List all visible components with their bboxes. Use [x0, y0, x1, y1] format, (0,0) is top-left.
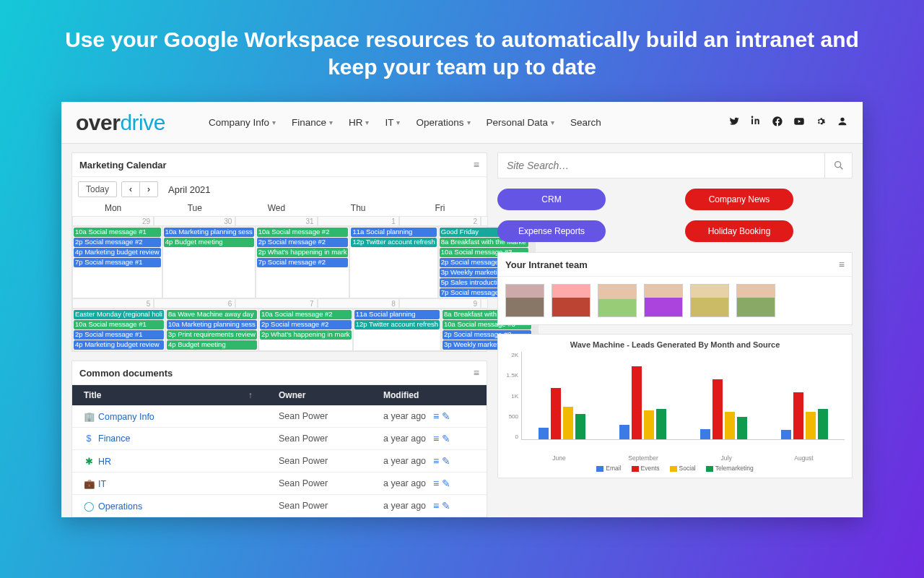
nav-it[interactable]: IT▾	[385, 117, 400, 128]
calendar-event[interactable]: 10a Social message #1	[74, 320, 164, 329]
calendar-event[interactable]: 7p Social message #2	[257, 258, 349, 267]
chart-bar	[725, 412, 735, 439]
table-row[interactable]: $FinanceSean Powera year ago≡ ✎	[72, 428, 487, 450]
calendar-event[interactable]: 2p What's happening in mark	[260, 330, 352, 340]
search-input[interactable]	[498, 160, 824, 171]
crm-button[interactable]: CRM	[497, 189, 606, 210]
avatar[interactable]	[598, 284, 637, 317]
calendar-event[interactable]: 10a Marketing planning sess	[167, 320, 257, 329]
x-axis-label: July	[721, 454, 732, 462]
calendar-event[interactable]: 2p Social message #2	[257, 238, 349, 247]
chart-bar	[644, 410, 654, 439]
panel-menu-icon[interactable]: ≡	[474, 367, 479, 379]
doc-title[interactable]: IT	[98, 479, 106, 489]
row-actions-icon[interactable]: ≡ ✎	[433, 478, 450, 489]
calendar-event[interactable]: 4p Budget meeting	[164, 238, 254, 247]
row-actions-icon[interactable]: ≡ ✎	[433, 433, 450, 444]
x-axis-label: September	[628, 454, 658, 462]
company-news-button[interactable]: Company News	[685, 189, 793, 210]
calendar-event[interactable]: 4p Marketing budget review	[74, 340, 164, 350]
nav-hr[interactable]: HR▾	[349, 117, 370, 128]
legend-item[interactable]: Email	[596, 465, 621, 472]
nav-search[interactable]: Search	[570, 117, 601, 128]
legend-item[interactable]: Events	[632, 465, 660, 472]
calendar-event[interactable]: 12p Twitter account refresh	[354, 320, 440, 329]
calendar-event[interactable]: 10a Social message #2	[257, 228, 349, 237]
calendar-day-cell[interactable]: 11a Social planning12p Twitter account r…	[353, 309, 441, 351]
calendar-event[interactable]: 4p Budget meeting	[167, 340, 257, 350]
chevron-down-icon: ▾	[467, 118, 471, 126]
calendar-event[interactable]: 8a Wave Machine away day	[167, 310, 257, 319]
avatar[interactable]	[505, 284, 544, 317]
calendar-event[interactable]: 11a Social planning	[354, 310, 440, 319]
calendar-event[interactable]: 10a Social message #1	[74, 228, 161, 237]
prev-month-button[interactable]: ‹	[122, 182, 140, 197]
facebook-icon[interactable]	[772, 116, 783, 130]
avatar[interactable]	[552, 284, 590, 317]
table-row[interactable]: ✱HRSean Powera year ago≡ ✎	[72, 450, 487, 473]
doc-title[interactable]: Finance	[98, 434, 130, 444]
doc-title[interactable]: HR	[98, 457, 111, 467]
today-button[interactable]: Today	[78, 181, 117, 197]
twitter-icon[interactable]	[728, 116, 740, 130]
chart-bar	[806, 412, 816, 439]
legend-item[interactable]: Telemarketing	[706, 465, 754, 472]
calendar-day-cell[interactable]: 10a Social message #22p Social message #…	[258, 309, 353, 351]
nav-finance[interactable]: Finance▾	[292, 117, 333, 128]
row-actions-icon[interactable]: ≡ ✎	[433, 455, 450, 467]
search-button[interactable]	[824, 153, 852, 178]
calendar-day-cell[interactable]: 10a Social message #22p Social message #…	[256, 226, 350, 298]
nav-personal-data[interactable]: Personal Data▾	[487, 117, 555, 128]
chart-bar	[818, 409, 828, 439]
chevron-down-icon: ▾	[365, 118, 369, 126]
youtube-icon[interactable]	[793, 116, 805, 130]
next-month-button[interactable]: ›	[140, 182, 157, 197]
calendar-day-cell[interactable]: 10a Social message #12p Social message #…	[72, 226, 162, 298]
calendar-day-cell[interactable]: Easter Monday (regional holi10a Social m…	[72, 309, 165, 351]
brand-logo[interactable]: overdrive	[76, 111, 165, 135]
linkedin-icon[interactable]	[750, 116, 762, 130]
table-row[interactable]: 🏢Company InfoSean Powera year ago≡ ✎	[72, 405, 487, 428]
calendar-event[interactable]: 2p Social message #1	[74, 330, 164, 340]
calendar-event[interactable]: 2p Social message #2	[260, 320, 352, 329]
calendar-day-cell[interactable]: 8a Wave Machine away day10a Marketing pl…	[165, 309, 258, 351]
nav-company-info[interactable]: Company Info▾	[209, 117, 276, 128]
legend-item[interactable]: Social	[670, 465, 696, 472]
settings-icon[interactable]	[815, 116, 827, 130]
calendar-event[interactable]: 4p Marketing budget review	[74, 248, 161, 257]
common-documents-panel: Common documents ≡ Title ↑ Owner Modifie…	[71, 361, 487, 517]
calendar-day-cell[interactable]: 10a Marketing planning sess4p Budget mee…	[162, 226, 256, 298]
expense-reports-button[interactable]: Expense Reports	[497, 220, 606, 242]
calendar-event[interactable]: Easter Monday (regional holi	[74, 310, 164, 319]
chevron-down-icon: ▾	[396, 118, 400, 126]
nav-operations[interactable]: Operations▾	[416, 117, 470, 128]
avatar[interactable]	[644, 284, 683, 317]
calendar-event[interactable]: 2p What's happening in mark	[257, 248, 349, 257]
hero-headline: Use your Google Workspace resources to a…	[0, 0, 924, 95]
calendar-event[interactable]: 3p Print requirements review	[167, 330, 257, 340]
legend-swatch	[632, 466, 639, 472]
user-icon[interactable]	[837, 116, 848, 130]
doc-title[interactable]: Operations	[98, 501, 142, 512]
calendar-event[interactable]: 10a Social message #2	[260, 310, 352, 319]
calendar-day-cell[interactable]: 11a Social planning12p Twitter account r…	[349, 226, 437, 298]
calendar-event[interactable]: 7p Social message #1	[74, 258, 161, 267]
avatar[interactable]	[690, 284, 729, 317]
panel-title: Your Intranet team	[505, 259, 588, 270]
calendar-event[interactable]: 12p Twitter account refresh	[351, 238, 436, 247]
avatar[interactable]	[736, 284, 775, 317]
doc-title[interactable]: Company Info	[98, 412, 154, 422]
table-row[interactable]: ◯OperationsSean Powera year ago≡ ✎	[72, 495, 487, 517]
sort-icon[interactable]: ↑	[248, 390, 253, 400]
holiday-booking-button[interactable]: Holiday Booking	[685, 220, 793, 242]
row-actions-icon[interactable]: ≡ ✎	[433, 500, 450, 512]
calendar-event[interactable]: 11a Social planning	[351, 228, 436, 237]
row-actions-icon[interactable]: ≡ ✎	[433, 410, 450, 422]
documents-table-header: Title ↑ Owner Modified	[72, 385, 487, 405]
calendar-event[interactable]: 2p Social message #2	[74, 238, 161, 247]
calendar-event[interactable]: 10a Marketing planning sess	[164, 228, 254, 237]
panel-menu-icon[interactable]: ≡	[474, 159, 479, 171]
panel-menu-icon[interactable]: ≡	[839, 259, 845, 270]
doc-owner: Sean Power	[279, 456, 383, 466]
table-row[interactable]: 💼ITSean Powera year ago≡ ✎	[72, 473, 487, 495]
